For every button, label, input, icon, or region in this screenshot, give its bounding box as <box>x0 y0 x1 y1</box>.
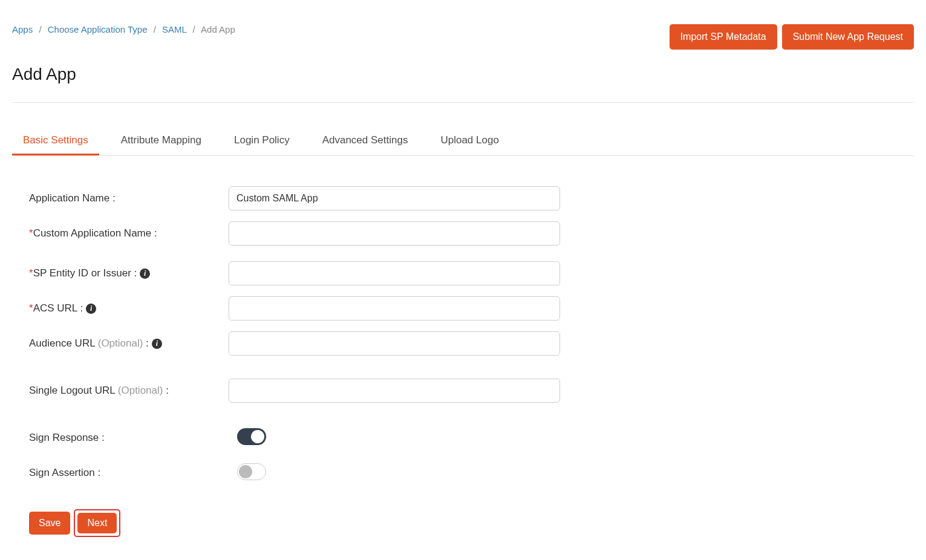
sign-assertion-label: Sign Assertion : <box>29 467 229 479</box>
sign-response-toggle[interactable] <box>237 428 266 445</box>
next-button[interactable]: Next <box>77 513 117 533</box>
tab-upload-logo[interactable]: Upload Logo <box>429 127 509 155</box>
next-button-highlight: Next <box>74 509 120 537</box>
sp-entity-label: *SP Entity ID or Issuer : i <box>29 267 229 279</box>
tab-login-policy[interactable]: Login Policy <box>223 127 301 155</box>
sp-entity-input[interactable] <box>229 261 560 285</box>
info-icon[interactable]: i <box>140 269 150 279</box>
sign-response-label: Sign Response : <box>29 432 229 444</box>
breadcrumb-sep: / <box>154 24 156 34</box>
tab-basic-settings[interactable]: Basic Settings <box>12 127 99 155</box>
tabs: Basic Settings Attribute Mapping Login P… <box>12 127 914 156</box>
acs-url-label: *ACS URL : i <box>29 302 229 314</box>
breadcrumb-link-choose-type[interactable]: Choose Application Type <box>48 24 148 34</box>
divider <box>12 102 914 103</box>
breadcrumb-link-saml[interactable]: SAML <box>162 24 186 34</box>
single-logout-input[interactable] <box>229 379 560 403</box>
info-icon[interactable]: i <box>86 304 96 314</box>
save-button[interactable]: Save <box>29 512 70 535</box>
audience-url-label: Audience URL (Optional) : i <box>29 337 229 350</box>
breadcrumb-sep: / <box>39 24 41 34</box>
page-title: Add App <box>12 65 914 84</box>
custom-application-name-label: *Custom Application Name : <box>29 227 229 239</box>
application-name-label: Application Name : <box>29 192 229 204</box>
submit-new-app-request-button[interactable]: Submit New App Request <box>782 24 914 50</box>
application-name-input[interactable] <box>229 186 560 210</box>
audience-url-input[interactable] <box>229 331 560 356</box>
import-sp-metadata-button[interactable]: Import SP Metadata <box>670 24 777 50</box>
breadcrumb-current: Add App <box>201 24 235 34</box>
breadcrumb-sep: / <box>193 24 195 34</box>
custom-application-name-input[interactable] <box>229 221 560 246</box>
breadcrumb: Apps / Choose Application Type / SAML / … <box>12 24 235 34</box>
acs-url-input[interactable] <box>229 296 560 321</box>
sign-assertion-toggle[interactable] <box>237 463 266 480</box>
single-logout-label: Single Logout URL (Optional) : <box>29 385 229 397</box>
breadcrumb-link-apps[interactable]: Apps <box>12 24 33 34</box>
info-icon[interactable]: i <box>152 339 162 349</box>
tab-attribute-mapping[interactable]: Attribute Mapping <box>110 127 212 155</box>
tab-advanced-settings[interactable]: Advanced Settings <box>311 127 419 155</box>
